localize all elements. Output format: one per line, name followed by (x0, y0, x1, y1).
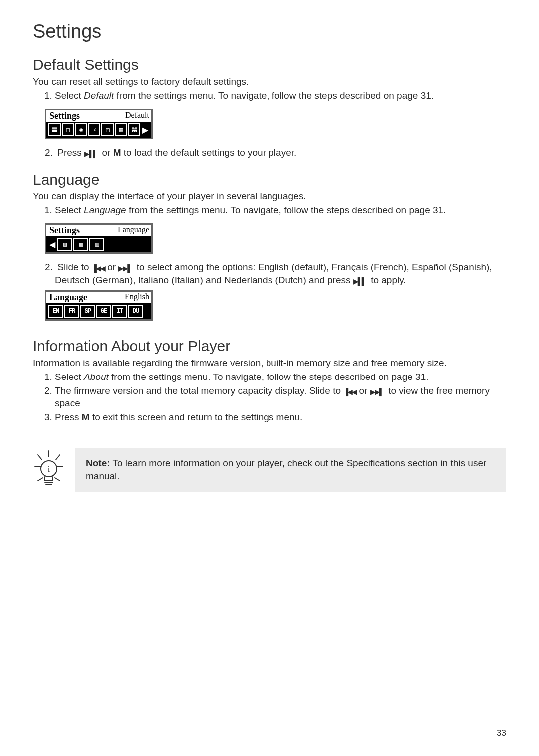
note-label: Note: (86, 458, 110, 468)
lang-code: EN (48, 305, 63, 318)
svg-line-7 (38, 478, 43, 481)
about-step-3: Press M to exit this screen and return t… (55, 411, 506, 424)
language-step-2: 2. Slide to ▐◀◀ or ▶▶▌ to select among t… (45, 261, 506, 286)
language-intro: You can display the interface of your pl… (33, 190, 506, 203)
lcd-icon: 𝌣 (128, 123, 140, 136)
lang-code: FR (64, 305, 79, 318)
page: Settings Default Settings You can reset … (0, 0, 539, 756)
lcd-tab-label: Language (48, 292, 89, 303)
page-title: Settings (33, 21, 506, 42)
prev-icon: ▐◀◀ (92, 264, 105, 273)
note-callout: i Note: To learn more information on you… (33, 448, 506, 492)
language-steps: Select Language from the settings menu. … (33, 204, 506, 217)
lcd-right-label: Default (125, 111, 149, 121)
lcd-icon: 𝌆 (48, 123, 61, 136)
default-intro: You can reset all settings to factory de… (33, 75, 506, 88)
svg-line-2 (56, 455, 60, 460)
lcd-icon: ▦ (115, 123, 127, 136)
note-body: Note: To learn more information on your … (75, 448, 506, 492)
lcd-icon: ◱ (62, 123, 74, 136)
svg-text:i: i (48, 465, 50, 473)
about-step-2: The firmware version and the total memor… (55, 384, 506, 410)
next-icon: ▶▶▌ (118, 264, 131, 273)
lcd-right-label: English (125, 292, 149, 303)
lcd-tab-label: Settings (48, 225, 82, 236)
prev-icon: ▐◀◀ (343, 387, 356, 397)
heading-default-settings: Default Settings (33, 56, 506, 73)
play-pause-icon: ▶▌▌ (353, 277, 366, 286)
lang-code: SP (80, 305, 95, 318)
play-pause-icon: ▶▌▌ (84, 149, 97, 159)
default-steps: Select Default from the settings menu. T… (33, 89, 506, 102)
lcd-icon: ◳ (101, 123, 114, 136)
lcd-icon-row: ◀ ▤ ▦ ▥ (46, 236, 151, 252)
next-icon: ▶▶▌ (370, 387, 383, 397)
lang-code: IT (112, 305, 127, 318)
lcd-default: Settings Default 𝌆 ◱ ◉ ♀ ◳ ▦ 𝌣 ▶ (45, 109, 153, 139)
default-step-2: 2. Press ▶▌▌ or M to load the default se… (45, 146, 506, 159)
note-text: To learn more information on your player… (86, 458, 486, 482)
lcd-language-settings: Settings Language ◀ ▤ ▦ ▥ (45, 223, 153, 254)
lcd-back-icon: ◀ (48, 240, 56, 249)
about-steps: Select About from the settings menu. To … (33, 371, 506, 424)
lcd-icon: ▦ (73, 238, 88, 251)
about-step-1: Select About from the settings menu. To … (55, 371, 506, 383)
lcd-more-icon: ▶ (141, 125, 149, 135)
lcd-icon: ▤ (57, 238, 72, 251)
lcd-lang-row: EN FR SP GE IT DU (46, 303, 151, 319)
lightbulb-icon: i (33, 450, 65, 490)
lcd-icon: ▥ (89, 238, 104, 251)
language-step-1: Select Language from the settings menu. … (55, 204, 506, 217)
lcd-tab-label: Settings (48, 111, 82, 121)
lcd-icon-row: 𝌆 ◱ ◉ ♀ ◳ ▦ 𝌣 ▶ (46, 122, 151, 138)
svg-line-1 (38, 455, 42, 460)
heading-language: Language (33, 171, 506, 188)
lcd-language-select: Language English EN FR SP GE IT DU (45, 290, 153, 321)
default-step-1: Select Default from the settings menu. T… (55, 89, 506, 102)
lcd-right-label: Language (118, 225, 149, 236)
lcd-icon: ♀ (88, 123, 101, 136)
about-intro: Information is available regarding the f… (33, 357, 506, 370)
lcd-icon: ◉ (75, 123, 87, 136)
svg-line-8 (55, 478, 60, 481)
lang-code: DU (128, 305, 143, 318)
heading-about: Information About your Player (33, 338, 506, 355)
page-number: 33 (497, 728, 506, 738)
lang-code: GE (96, 305, 111, 318)
